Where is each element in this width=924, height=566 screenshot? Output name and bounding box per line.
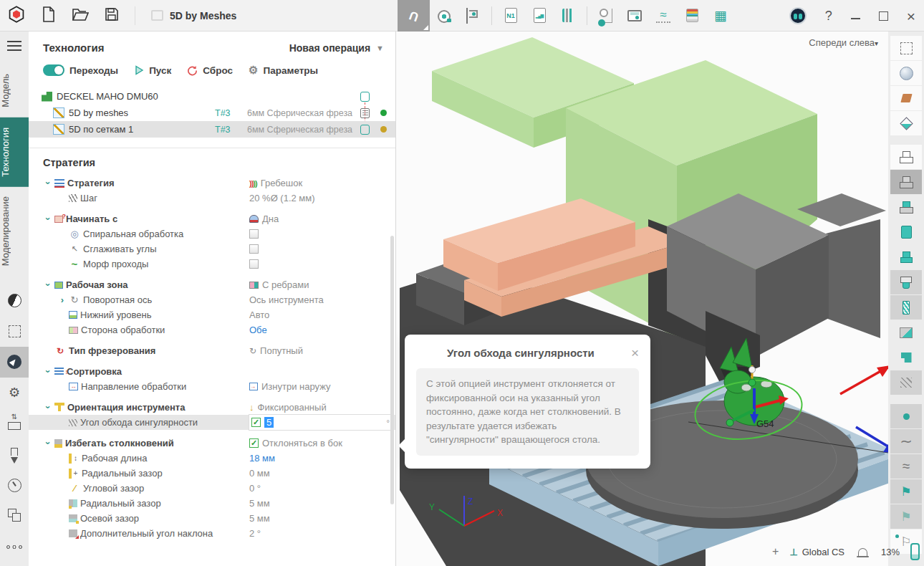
app-logo[interactable] xyxy=(7,5,26,27)
stock-setup[interactable] xyxy=(0,408,29,439)
param-row[interactable]: Избегать столкновений Отклоняться в бок xyxy=(29,436,395,451)
window-minimize-button[interactable] xyxy=(851,18,860,19)
param-value[interactable]: 0 ° xyxy=(249,483,261,494)
param-row[interactable]: Стратегия Гребешок xyxy=(29,176,395,191)
new-operation-dropdown[interactable]: Новая операция ▼ xyxy=(289,42,384,54)
view-sphere[interactable] xyxy=(890,61,922,85)
param-row[interactable]: Спиральная обработка xyxy=(29,226,395,241)
toolpath-flag[interactable] xyxy=(890,479,922,504)
calculator[interactable] xyxy=(620,0,649,32)
cutter[interactable] xyxy=(890,295,922,320)
nc-program-n1[interactable] xyxy=(496,0,525,32)
holder-tip[interactable] xyxy=(890,270,922,294)
more-dots[interactable] xyxy=(0,532,29,562)
window-close-button[interactable]: × xyxy=(907,9,915,24)
chevron-icon[interactable] xyxy=(43,366,53,377)
param-row[interactable]: Угол обхода сингулярности 5 ° xyxy=(29,415,395,430)
notifications-bell-icon[interactable] xyxy=(858,548,867,556)
surfaces-display[interactable] xyxy=(890,454,922,479)
stock-mesh[interactable] xyxy=(706,0,735,32)
param-row[interactable]: Начинать с Дна xyxy=(29,211,395,226)
window-maximize-button[interactable] xyxy=(879,11,888,21)
tool-holder[interactable] xyxy=(890,245,922,269)
tool-cylinder[interactable] xyxy=(890,220,922,244)
transitions-toggle[interactable]: Переходы xyxy=(43,64,118,76)
param-row[interactable]: Угловой зазор 0 ° xyxy=(29,481,395,496)
param-value[interactable]: 0 мм xyxy=(249,468,270,479)
checkbox[interactable] xyxy=(249,244,259,254)
param-value[interactable]: Авто xyxy=(249,310,269,320)
machine-3d-scene[interactable]: G54 Z X Y xyxy=(396,32,888,566)
param-row[interactable]: Тип фрезерования Попутный xyxy=(29,343,395,358)
holder-shaded[interactable] xyxy=(890,170,922,194)
hatch-sections[interactable] xyxy=(890,370,922,395)
chevron-icon[interactable] xyxy=(57,294,67,305)
holder-plain[interactable] xyxy=(890,145,922,169)
param-row[interactable]: Шаг 20 %Ø (1.2 мм) xyxy=(29,191,395,206)
layers[interactable] xyxy=(0,501,29,532)
panel-scrollbar[interactable] xyxy=(390,236,394,504)
contrast-sphere[interactable] xyxy=(0,285,29,316)
chevron-icon[interactable] xyxy=(43,214,53,224)
chevron-icon[interactable] xyxy=(43,402,53,413)
param-value[interactable]: С ребрами xyxy=(262,279,309,290)
checkbox[interactable] xyxy=(249,438,259,448)
param-input-value[interactable]: 5 xyxy=(264,417,274,428)
param-value[interactable]: Попутный xyxy=(260,345,303,356)
reset-button[interactable]: Сброс xyxy=(187,65,233,76)
close-icon[interactable]: × xyxy=(625,346,639,360)
param-value[interactable]: Фиксированный xyxy=(258,402,327,413)
param-row[interactable]: Рабочая зона С ребрами xyxy=(29,277,395,292)
chevron-icon[interactable] xyxy=(43,279,53,290)
fit-view[interactable] xyxy=(890,36,922,60)
param-row[interactable]: Рабочая длина 18 мм xyxy=(29,451,395,466)
param-value[interactable]: Отклоняться в бок xyxy=(262,438,342,449)
selection-box[interactable] xyxy=(0,316,29,347)
assistant-robot-icon[interactable] xyxy=(789,7,807,24)
param-row[interactable]: Поворотная ось Ось инструмента xyxy=(29,292,395,307)
interpolation-curves[interactable] xyxy=(649,0,678,32)
holder-highlight[interactable] xyxy=(890,195,922,219)
checkbox[interactable] xyxy=(251,418,261,427)
param-value[interactable]: Дна xyxy=(262,214,279,224)
tree-row[interactable]: DECKEL MAHO DMU60 xyxy=(29,88,395,105)
visibility-icon[interactable] xyxy=(360,92,370,102)
settings-gear[interactable] xyxy=(0,378,29,408)
chevron-icon[interactable] xyxy=(43,178,53,188)
tools-library[interactable] xyxy=(554,0,582,32)
param-value[interactable]: 20 %Ø (1.2 мм) xyxy=(249,193,315,203)
toolpath-flag-half[interactable] xyxy=(890,504,922,529)
param-value[interactable]: Ось инструмента xyxy=(249,294,324,305)
compass-navigator[interactable] xyxy=(0,347,29,378)
toggle-switch-icon[interactable] xyxy=(43,64,64,76)
param-row[interactable]: Направление обработки Изнутри наружу xyxy=(29,379,395,394)
curve-display[interactable] xyxy=(890,429,922,454)
caliper[interactable] xyxy=(458,0,487,32)
coordinate-system-selector[interactable]: ⊥ Global CS xyxy=(789,547,844,557)
visibility-icon[interactable] xyxy=(360,125,370,135)
start-button[interactable]: Пуск xyxy=(134,65,171,76)
save-file-icon[interactable] xyxy=(105,7,119,24)
param-value[interactable]: 5 мм xyxy=(249,498,270,509)
param-row[interactable]: Нижний уровень Авто xyxy=(29,307,395,322)
point-display[interactable] xyxy=(890,404,922,428)
magnet-tool[interactable] xyxy=(398,0,430,32)
process-nodes[interactable] xyxy=(592,0,620,32)
sidebar-tab[interactable]: Технология xyxy=(0,117,29,187)
help-icon[interactable]: ? xyxy=(825,9,832,24)
param-value[interactable]: 18 мм xyxy=(249,453,275,464)
chevron-icon[interactable] xyxy=(43,438,53,449)
param-value[interactable]: 5 мм xyxy=(249,513,270,524)
sidebar-tab[interactable]: Модель xyxy=(0,64,29,117)
tree-row[interactable]: 5D by meshes T#3 6мм Сферическая фреза xyxy=(29,105,395,121)
checkbox[interactable] xyxy=(249,229,259,239)
tree-row[interactable]: 5D по сеткам 1 T#3 6мм Сферическая фреза xyxy=(29,121,395,138)
param-row[interactable]: Сглаживать углы xyxy=(29,241,395,256)
iso-view[interactable] xyxy=(890,111,922,135)
param-row[interactable]: Осевой зазор 5 мм xyxy=(29,511,395,526)
param-value[interactable]: Обе xyxy=(249,325,267,335)
new-file-icon[interactable] xyxy=(42,6,56,25)
cutting-tool[interactable] xyxy=(0,439,29,470)
param-row[interactable]: Сторона обработки Обе xyxy=(29,322,395,337)
param-row[interactable]: Морф проходы xyxy=(29,256,395,272)
